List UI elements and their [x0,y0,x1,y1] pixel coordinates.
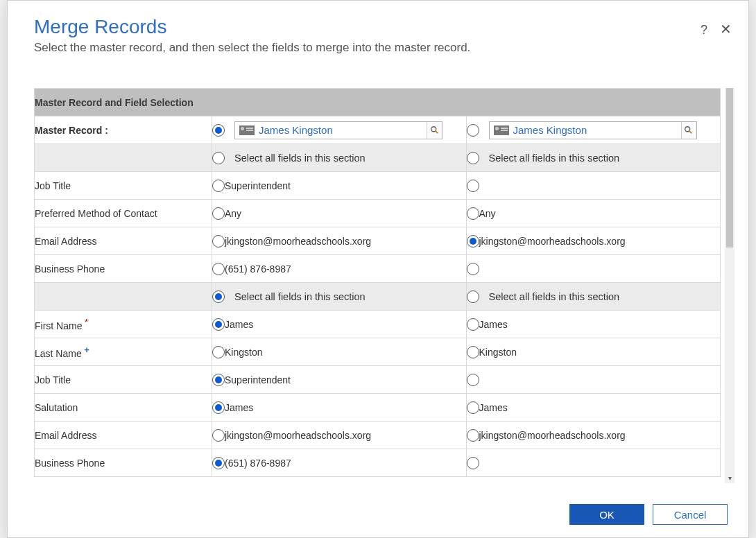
field-value: (651) 876-8987 [225,263,291,275]
master-record-radio-right[interactable] [467,124,479,137]
master-record-lookup-right[interactable]: James Kingston [489,121,697,139]
lookup-name: James Kingston [513,124,681,136]
field-radio-right[interactable] [467,401,479,414]
field-radio-left[interactable] [212,346,225,358]
field-value: jkingston@moorheadschools.xorg [479,430,626,441]
dialog-header: Merge Records Select the master record, … [8,1,748,60]
field-label: Business Phone [35,255,212,283]
select-all-label: Select all fields in this section [482,291,620,302]
field-value: jkingston@moorheadschools.xorg [225,236,371,247]
field-label: Email Address [35,227,212,255]
field-radio-right[interactable] [467,374,479,386]
field-radio-left[interactable] [212,235,225,248]
scroll-down-icon[interactable]: ▾ [725,472,734,483]
field-row: SalutationJamesJames [35,394,721,422]
lookup-search-icon[interactable] [681,122,696,139]
field-radio-left[interactable] [212,180,225,192]
field-value: James [479,402,508,413]
contact-card-icon [239,125,255,135]
select-all-label: Select all fields in this section [227,291,366,302]
field-value: (651) 876-8987 [225,458,291,469]
field-row: Email Addressjkingston@moorheadschools.x… [35,422,721,449]
field-radio-right[interactable] [467,180,479,192]
select-all-radio-right[interactable] [467,290,479,303]
field-radio-right[interactable] [467,346,479,358]
ok-button[interactable]: OK [569,504,644,525]
field-label: Business Phone [35,449,212,477]
merge-grid-scroll[interactable]: Master Record and Field Selection Master… [34,88,721,483]
field-radio-right[interactable] [467,318,479,331]
select-all-label: Select all fields in this section [227,153,366,164]
field-row: Job TitleSuperintendent [35,172,721,200]
field-value: Any [225,208,241,219]
field-radio-right[interactable] [467,263,479,275]
field-value: Kingston [479,347,517,358]
field-value: Superintendent [225,180,291,191]
field-value: James [225,402,253,413]
close-icon[interactable]: ✕ [720,23,732,37]
master-record-lookup-left[interactable]: James Kingston [234,121,443,139]
field-radio-left[interactable] [212,207,225,220]
required-mark: * [82,317,88,327]
scrollbar-thumb[interactable] [726,88,733,248]
dialog-title: Merge Records [34,16,724,38]
field-radio-left[interactable] [212,401,225,414]
select-all-radio-right[interactable] [467,152,479,164]
master-record-radio-left[interactable] [212,124,225,137]
select-all-radio-left[interactable] [212,290,225,303]
field-value: Superintendent [225,374,291,385]
field-label: First Name * [35,311,212,338]
field-value: James [479,319,508,330]
field-radio-left[interactable] [212,263,225,275]
svg-point-2 [685,126,690,131]
field-label: Email Address [35,422,212,449]
field-row: Business Phone(651) 876-8987 [35,449,721,477]
field-label: Preferred Method of Contact [35,200,212,227]
recommended-mark: + [82,345,89,355]
field-value: Any [479,208,496,219]
field-radio-right[interactable] [467,207,479,220]
field-label: Job Title [35,366,212,394]
field-label: Job Title [35,172,212,200]
merge-fields-table: Master Record and Field Selection Master… [34,88,721,477]
field-radio-left[interactable] [212,318,225,331]
vertical-scrollbar[interactable]: ▾ [725,88,734,483]
section-header: Master Record and Field Selection [35,89,721,116]
select-all-row: Select all fields in this sectionSelect … [35,283,721,311]
svg-point-0 [431,126,436,131]
field-value: jkingston@moorheadschools.xorg [225,430,371,441]
select-all-radio-left[interactable] [212,152,225,164]
field-radio-left[interactable] [212,429,225,442]
field-label: Last Name + [35,338,212,366]
select-all-label: Select all fields in this section [482,153,620,164]
field-label: Salutation [35,394,212,422]
field-row: Preferred Method of ContactAnyAny [35,200,721,227]
lookup-search-icon[interactable] [427,122,442,139]
field-row: Job TitleSuperintendent [35,366,721,394]
cancel-button[interactable]: Cancel [653,504,728,525]
dialog-subtitle: Select the master record, and then selec… [34,41,724,55]
field-row: First Name *JamesJames [35,311,721,338]
field-radio-right[interactable] [467,235,479,248]
lookup-name: James Kingston [259,124,427,136]
field-radio-left[interactable] [212,374,225,386]
field-radio-left[interactable] [212,457,225,469]
contact-card-icon [494,125,509,135]
select-all-row: Select all fields in this sectionSelect … [35,144,721,172]
svg-line-1 [435,130,438,133]
master-record-row: Master Record : James Kingston [35,116,721,144]
merge-records-dialog: Merge Records Select the master record, … [7,0,749,538]
dialog-footer: OK Cancel [569,504,728,525]
field-value: Kingston [225,347,262,358]
field-radio-right[interactable] [467,429,479,442]
field-radio-right[interactable] [467,457,479,469]
master-record-label: Master Record : [35,116,212,144]
field-row: Business Phone(651) 876-8987 [35,255,721,283]
help-icon[interactable]: ? [701,23,707,37]
field-row: Email Addressjkingston@moorheadschools.x… [35,227,721,255]
svg-line-3 [689,130,692,133]
field-value: James [225,319,253,330]
field-value: jkingston@moorheadschools.xorg [479,236,626,247]
field-row: Last Name +KingstonKingston [35,338,721,366]
